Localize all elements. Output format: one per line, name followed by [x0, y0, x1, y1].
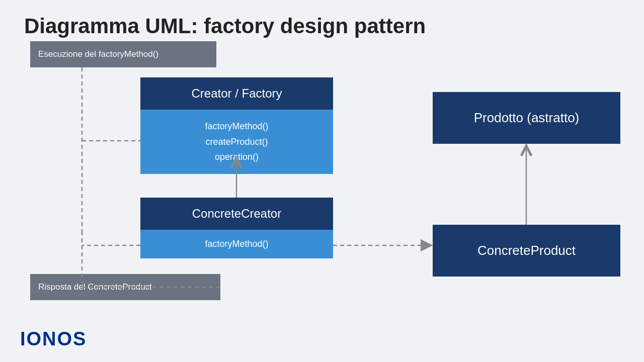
creator-factory-title: Creator / Factory: [191, 86, 282, 100]
concrete-creator-header: ConcreteCreator: [140, 198, 333, 230]
creator-method-3: operation(): [140, 149, 333, 165]
risposta-box: Risposta del ConcreteProduct: [30, 274, 220, 300]
concrete-product-box: ConcreteProduct: [433, 225, 620, 277]
esecuzione-label: Esecuzione del factoryMethod(): [38, 49, 158, 59]
prodotto-box: Prodotto (astratto): [433, 92, 620, 144]
ionos-logo: IONOS: [20, 328, 87, 350]
creator-factory-header: Creator / Factory: [140, 77, 333, 110]
prodotto-title: Prodotto (astratto): [474, 110, 580, 126]
concrete-creator-body: factoryMethod(): [140, 230, 333, 258]
concrete-creator-method-1: factoryMethod(): [205, 239, 268, 249]
creator-method-1: factoryMethod(): [140, 119, 333, 134]
concrete-creator-box: ConcreteCreator factoryMethod(): [140, 198, 333, 258]
creator-method-2: createProduct(): [140, 134, 333, 150]
creator-factory-body: factoryMethod() createProduct() operatio…: [140, 110, 333, 174]
risposta-label: Risposta del ConcreteProduct: [38, 282, 152, 292]
creator-factory-box: Creator / Factory factoryMethod() create…: [140, 77, 333, 174]
esecuzione-box: Esecuzione del factoryMethod(): [30, 41, 216, 67]
concrete-product-title: ConcreteProduct: [477, 243, 576, 258]
concrete-creator-title: ConcreteCreator: [192, 207, 281, 220]
page-title: Diagramma UML: factory design pattern: [24, 14, 426, 38]
